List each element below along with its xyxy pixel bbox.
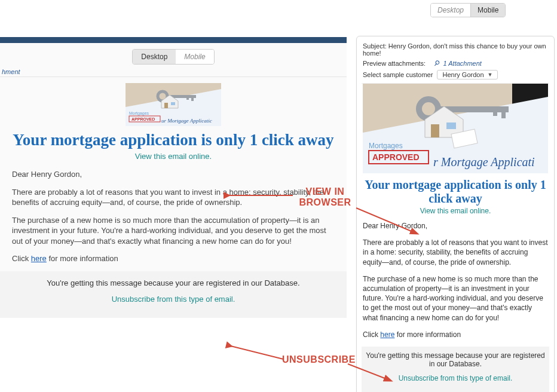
email-paragraph-1-mobile: There are probably a lot of reasons that… <box>363 238 548 267</box>
svg-text:r Mortgage Applicati: r Mortgage Applicati <box>433 155 535 169</box>
arrow-to-view-online-left <box>226 190 295 203</box>
arrow-to-unsubscribe-right <box>347 363 394 385</box>
arrow-to-view-online-right <box>355 207 421 238</box>
svg-text:Mortgages: Mortgages <box>369 142 403 150</box>
email-greeting: Dear Henry Gordon, <box>12 169 335 180</box>
cta-post-mobile: for more information <box>394 330 461 339</box>
svg-rect-11 <box>164 103 168 108</box>
global-mobile-tab[interactable]: Mobile <box>470 4 505 17</box>
attachments-row: Preview attachments: ⚲ 1 Attachment <box>362 58 549 69</box>
desktop-view-toggle[interactable]: Desktop Mobile <box>132 49 214 65</box>
mobile-tab[interactable]: Mobile <box>176 50 213 64</box>
chevron-down-icon: ▼ <box>484 72 497 78</box>
hero-image-mobile: Mortgages APPROVED r Mortgage Applicati <box>363 84 548 173</box>
annotation-view-line1: VIEW IN <box>306 186 345 197</box>
svg-rect-26 <box>446 122 456 129</box>
sample-customer-label: Select sample customer <box>363 71 433 78</box>
attachment-fragment-label: hment <box>0 65 347 77</box>
svg-text:Mortgages: Mortgages <box>129 111 149 116</box>
subject-value: Henry Gordon, don't miss this chance to … <box>363 42 546 57</box>
svg-rect-25 <box>431 124 439 137</box>
sample-customer-select[interactable]: Henry Gordon ▼ <box>437 70 498 79</box>
paperclip-icon: ⚲ <box>433 59 442 69</box>
email-cta-line-mobile: Click here for more information <box>363 330 548 339</box>
email-paragraph-2: The purchase of a new home is so much mo… <box>12 215 335 247</box>
unsubscribe-link[interactable]: Unsubscribe from this type of email. <box>6 295 341 304</box>
svg-text:APPROVED: APPROVED <box>131 117 155 121</box>
sample-customer-row: Select sample customer Henry Gordon ▼ <box>362 69 549 81</box>
subject-label: Subject: <box>363 42 387 50</box>
svg-rect-8 <box>191 95 194 101</box>
desktop-preview-panel: Desktop Mobile hment Mortgages APPROVED … <box>0 37 347 318</box>
arrow-to-unsubscribe-left <box>228 344 285 363</box>
svg-rect-22 <box>501 106 506 118</box>
hero-image: Mortgages APPROVED ur Mortgage Applicati… <box>126 83 221 126</box>
desktop-tab[interactable]: Desktop <box>133 50 176 64</box>
cta-pre-mobile: Click <box>363 330 380 339</box>
svg-rect-23 <box>493 106 497 116</box>
cta-pre: Click <box>12 254 31 263</box>
global-view-toggle[interactable]: Desktop Mobile <box>430 3 506 17</box>
svg-text:APPROVED: APPROVED <box>372 152 420 162</box>
attachment-link[interactable]: 1 Attachment <box>443 60 482 67</box>
cta-here-link[interactable]: here <box>31 254 47 263</box>
email-headline-mobile: Your mortgage application is only 1 clic… <box>363 178 548 206</box>
svg-rect-9 <box>186 95 189 100</box>
cta-here-link-mobile[interactable]: here <box>380 330 394 339</box>
footer-registered-text: You're getting this message because your… <box>6 278 341 287</box>
email-cta-line: Click here for more information <box>12 253 335 264</box>
annotation-view-in-browser: VIEW IN BROWSER <box>295 186 355 208</box>
global-desktop-tab[interactable]: Desktop <box>431 4 470 17</box>
subject-row: Subject: Henry Gordon, don't miss this c… <box>362 41 549 58</box>
annotation-view-line2: BROWSER <box>299 197 351 207</box>
svg-line-31 <box>348 364 391 381</box>
preview-attachments-label: Preview attachments: <box>363 60 426 67</box>
email-paragraph-2-mobile: The purchase of a new home is so much mo… <box>363 274 548 323</box>
svg-rect-12 <box>171 102 175 105</box>
svg-line-30 <box>231 346 283 359</box>
svg-line-29 <box>356 208 417 234</box>
selected-customer: Henry Gordon <box>442 71 483 78</box>
cta-post: for more information <box>47 254 118 263</box>
email-headline: Your mortgage application is only 1 clic… <box>12 131 335 149</box>
view-online-link[interactable]: View this email online. <box>12 152 335 161</box>
svg-text:ur Mortgage Applicatic: ur Mortgage Applicatic <box>161 118 212 124</box>
annotation-unsubscribe: UNSUBSCRIBE <box>282 354 356 365</box>
